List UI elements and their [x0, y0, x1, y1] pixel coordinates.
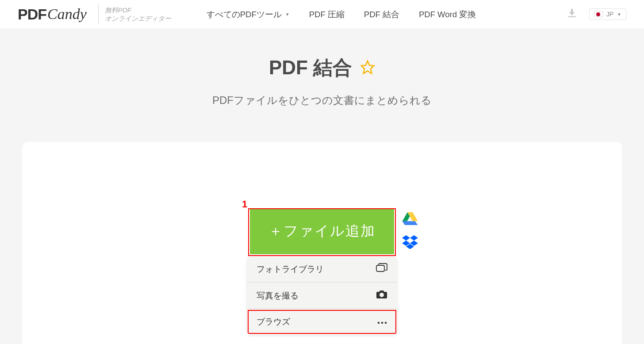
picker-browse[interactable]: 2 ブラウズ: [247, 309, 397, 335]
lang-code: JP: [606, 11, 613, 18]
svg-rect-1: [376, 265, 384, 271]
nav-word[interactable]: PDF Word 変換: [419, 9, 476, 20]
annotation-label-1: 1: [242, 199, 247, 210]
add-file-button[interactable]: ＋ファイル追加: [250, 208, 394, 254]
picker-browse-label: ブラウズ: [257, 316, 290, 328]
picker-take-photo[interactable]: 写真を撮る: [247, 282, 397, 309]
chevron-down-icon: ▼: [285, 12, 290, 17]
nav-merge[interactable]: PDF 結合: [364, 9, 399, 20]
logo-text-candy: Candy: [47, 6, 87, 23]
file-picker-menu: フォトライブラリ 写真を撮る 2 ブラウズ: [247, 256, 397, 335]
page-title: PDF 結合: [269, 55, 352, 81]
nav-all-tools-label: すべてのPDFツール: [207, 9, 282, 20]
picker-photo-library[interactable]: フォトライブラリ: [247, 256, 397, 282]
cloud-icons: [402, 211, 418, 251]
picker-take-photo-label: 写真を撮る: [257, 290, 299, 302]
dropbox-icon[interactable]: [402, 235, 418, 251]
nav-compress[interactable]: PDF 圧縮: [309, 9, 345, 20]
add-file-label: ＋ファイル追加: [268, 222, 376, 241]
page-subtitle: PDFファイルをひとつの文書にまとめられる: [0, 93, 644, 107]
main-nav: すべてのPDFツール ▼ PDF 圧縮 PDF 結合 PDF Word 変換: [207, 9, 566, 20]
upload-panel: 1 ＋ファイル追加: [22, 142, 622, 344]
tagline-line1: 無料PDF: [105, 6, 171, 15]
nav-all-tools[interactable]: すべてのPDFツール ▼: [207, 9, 290, 20]
page-title-row: PDF 結合: [0, 55, 644, 81]
svg-point-5: [385, 322, 387, 324]
logo-text-pdf: PDF: [18, 6, 46, 23]
logo-divider: [98, 4, 99, 24]
favorite-star-icon[interactable]: [360, 60, 375, 76]
panel-wrap: 1 ＋ファイル追加: [22, 142, 622, 344]
svg-point-3: [378, 322, 380, 324]
main-content: PDF 結合 PDFファイルをひとつの文書にまとめられる 1 ＋ファイル追加: [0, 28, 644, 344]
tagline-line2: オンラインエディター: [105, 14, 171, 23]
language-selector[interactable]: JP ▼: [589, 8, 626, 20]
tagline: 無料PDF オンラインエディター: [105, 6, 171, 23]
site-header: PDF Candy 無料PDF オンラインエディター すべてのPDFツール ▼ …: [0, 0, 644, 28]
ellipsis-icon: [377, 317, 387, 327]
photo-library-icon: [376, 263, 387, 275]
google-drive-icon[interactable]: [402, 211, 418, 227]
picker-photo-library-label: フォトライブラリ: [257, 264, 324, 275]
download-icon[interactable]: [566, 8, 578, 21]
flag-japan-icon: [594, 11, 603, 17]
svg-point-2: [380, 294, 383, 296]
chevron-down-icon: ▼: [617, 12, 621, 17]
header-right: JP ▼: [566, 8, 626, 21]
logo[interactable]: PDF Candy: [18, 6, 87, 23]
camera-icon: [376, 290, 387, 302]
svg-point-4: [381, 322, 383, 324]
upload-area: 1 ＋ファイル追加: [247, 208, 397, 335]
svg-marker-0: [361, 61, 374, 73]
